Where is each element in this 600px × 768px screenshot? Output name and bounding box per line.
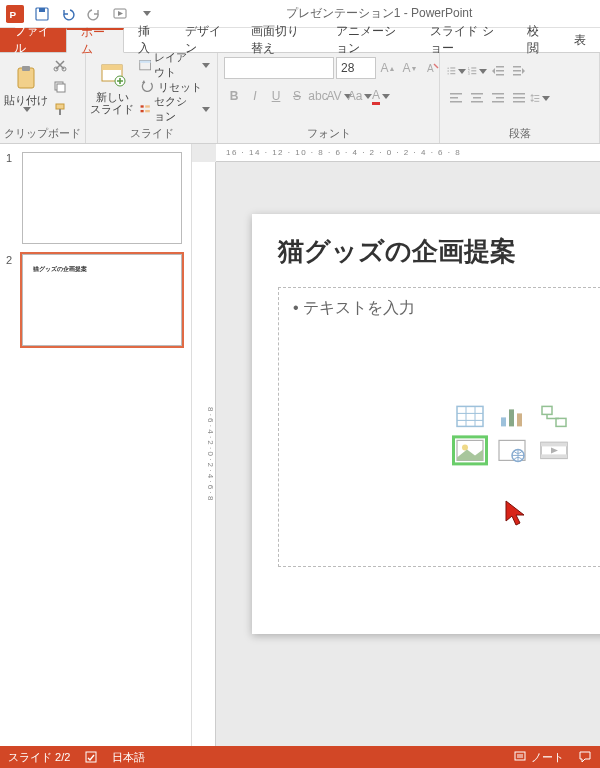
- change-case-icon[interactable]: Aa: [350, 86, 370, 106]
- align-right-icon[interactable]: [488, 88, 508, 108]
- align-center-icon[interactable]: [467, 88, 487, 108]
- svg-text:A: A: [427, 63, 434, 74]
- decrease-indent-icon[interactable]: [488, 61, 508, 81]
- tab-review[interactable]: 校閲: [513, 28, 560, 52]
- align-left-icon[interactable]: [446, 88, 466, 108]
- tab-animations[interactable]: アニメーション: [322, 28, 416, 52]
- tab-home[interactable]: ホーム: [66, 28, 124, 53]
- insert-video-icon[interactable]: [536, 435, 572, 465]
- svg-rect-20: [145, 105, 150, 107]
- tab-view[interactable]: 表: [560, 28, 600, 52]
- format-painter-icon[interactable]: [50, 99, 70, 119]
- svg-rect-37: [496, 74, 504, 76]
- paste-button[interactable]: 貼り付け: [4, 55, 48, 121]
- bullet-prompt[interactable]: テキストを入力: [293, 298, 600, 319]
- section-button[interactable]: セクション: [136, 99, 213, 119]
- new-slide-button[interactable]: 新しい スライド: [90, 55, 134, 121]
- svg-rect-43: [450, 101, 462, 103]
- svg-rect-46: [471, 101, 483, 103]
- svg-rect-19: [141, 110, 144, 112]
- increase-indent-icon[interactable]: [509, 61, 529, 81]
- notes-button[interactable]: ノート: [513, 750, 564, 765]
- tab-insert[interactable]: 挿入: [124, 28, 171, 52]
- tab-file[interactable]: ファイル: [0, 28, 66, 52]
- font-label: フォント: [222, 125, 435, 141]
- thumb-number: 2: [6, 254, 22, 346]
- status-language[interactable]: 日本語: [112, 750, 145, 765]
- insert-smartart-icon[interactable]: [536, 401, 572, 431]
- svg-rect-55: [534, 101, 539, 102]
- thumb-preview[interactable]: 猫グッズの企画提案: [22, 254, 182, 346]
- font-color-icon[interactable]: A: [371, 86, 391, 106]
- svg-rect-71: [541, 442, 567, 446]
- svg-rect-38: [513, 66, 521, 68]
- shadow-icon[interactable]: abc: [308, 86, 328, 106]
- copy-icon[interactable]: [50, 77, 70, 97]
- tab-transitions[interactable]: 画面切り替え: [237, 28, 322, 52]
- svg-rect-32: [471, 70, 476, 71]
- svg-rect-48: [496, 97, 504, 99]
- svg-text:P: P: [10, 8, 17, 19]
- svg-rect-40: [513, 74, 521, 76]
- strikethrough-icon[interactable]: S: [287, 86, 307, 106]
- svg-rect-53: [534, 95, 539, 96]
- thumb-preview[interactable]: [22, 152, 182, 244]
- workspace: 1 2 猫グッズの企画提案 16 · 14 · 12 · 10 · 8 · 6 …: [0, 144, 600, 746]
- thumbnail-2[interactable]: 2 猫グッズの企画提案: [6, 254, 185, 346]
- tab-design[interactable]: デザイン: [171, 28, 237, 52]
- tab-slideshow[interactable]: スライド ショー: [416, 28, 513, 52]
- qat-dropdown-icon[interactable]: [134, 2, 158, 26]
- svg-rect-44: [471, 93, 483, 95]
- svg-rect-41: [450, 93, 462, 95]
- slides-label: スライド: [90, 125, 213, 141]
- svg-rect-26: [450, 70, 455, 71]
- content-placeholder[interactable]: テキストを入力: [278, 287, 600, 567]
- ribbon-tabs: ファイル ホーム 挿入 デザイン 画面切り替え アニメーション スライド ショー…: [0, 28, 600, 52]
- char-spacing-icon[interactable]: AV: [329, 86, 349, 106]
- numbering-icon[interactable]: 123: [467, 61, 487, 81]
- font-name-input[interactable]: [224, 57, 334, 79]
- quick-access-toolbar: [30, 2, 158, 26]
- insert-picture-icon[interactable]: [452, 435, 488, 465]
- undo-icon[interactable]: [56, 2, 80, 26]
- svg-rect-28: [450, 73, 455, 74]
- insert-chart-icon[interactable]: [494, 401, 530, 431]
- slide-canvas[interactable]: 猫グッズの企画提案 テキストを入力: [252, 214, 600, 634]
- svg-point-23: [447, 67, 448, 68]
- comments-icon[interactable]: [578, 750, 592, 764]
- spellcheck-icon[interactable]: [84, 750, 98, 764]
- line-spacing-icon[interactable]: [530, 88, 550, 108]
- bullets-icon[interactable]: [446, 61, 466, 81]
- underline-icon[interactable]: U: [266, 86, 286, 106]
- svg-rect-30: [471, 67, 476, 68]
- group-font: A▲ A▼ A B I U S abc AV Aa A フォント: [218, 53, 440, 143]
- clear-formatting-icon[interactable]: A: [422, 58, 442, 78]
- redo-icon[interactable]: [82, 2, 106, 26]
- svg-rect-36: [496, 70, 504, 72]
- thumbnail-pane[interactable]: 1 2 猫グッズの企画提案: [0, 144, 192, 746]
- italic-icon[interactable]: I: [245, 86, 265, 106]
- decrease-font-icon[interactable]: A▼: [400, 58, 420, 78]
- bold-icon[interactable]: B: [224, 86, 244, 106]
- svg-rect-61: [501, 417, 506, 426]
- start-from-beginning-icon[interactable]: [108, 2, 132, 26]
- group-paragraph: 123 段落: [440, 53, 600, 143]
- font-size-input[interactable]: [336, 57, 376, 79]
- save-icon[interactable]: [30, 2, 54, 26]
- svg-rect-3: [39, 8, 45, 12]
- new-slide-label: 新しい スライド: [90, 91, 134, 115]
- paragraph-label: 段落: [444, 125, 595, 141]
- cut-icon[interactable]: [50, 55, 70, 75]
- horizontal-ruler: 16 · 14 · 12 · 10 · 8 · 6 · 4 · 2 · 0 · …: [216, 144, 600, 162]
- thumbnail-1[interactable]: 1: [6, 152, 185, 244]
- svg-point-25: [447, 70, 448, 71]
- justify-icon[interactable]: [509, 88, 529, 108]
- slide-title[interactable]: 猫グッズの企画提案: [278, 234, 600, 269]
- insert-online-picture-icon[interactable]: [494, 435, 530, 465]
- status-slide-number[interactable]: スライド 2/2: [8, 750, 70, 765]
- ribbon: 貼り付け クリップボード 新しい スライド レイアウト リセット セクション ス…: [0, 52, 600, 144]
- thumb-title: 猫グッズの企画提案: [33, 265, 87, 274]
- insert-table-icon[interactable]: [452, 401, 488, 431]
- increase-font-icon[interactable]: A▲: [378, 58, 398, 78]
- layout-button[interactable]: レイアウト: [136, 55, 213, 75]
